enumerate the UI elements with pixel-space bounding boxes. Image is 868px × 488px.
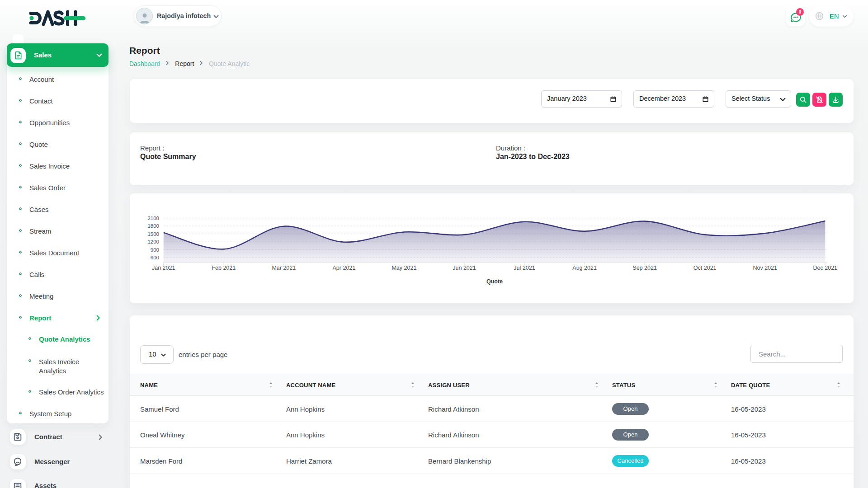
svg-text:Jul 2021: Jul 2021 (514, 265, 535, 271)
svg-text:Jan 2021: Jan 2021 (152, 265, 175, 271)
svg-text:Dec 2021: Dec 2021 (813, 265, 838, 271)
svg-text:Nov 2021: Nov 2021 (753, 265, 777, 271)
svg-text:Feb 2021: Feb 2021 (212, 265, 236, 271)
svg-text:1500: 1500 (147, 231, 159, 237)
svg-text:Mar 2021: Mar 2021 (272, 265, 296, 271)
svg-text:Apr 2021: Apr 2021 (333, 265, 356, 271)
svg-text:Quote: Quote (486, 278, 503, 285)
svg-text:Sep 2021: Sep 2021 (632, 265, 657, 271)
svg-text:1800: 1800 (147, 223, 159, 229)
svg-text:Jun 2021: Jun 2021 (453, 265, 476, 271)
svg-text:1200: 1200 (147, 239, 159, 244)
svg-text:Aug 2021: Aug 2021 (572, 265, 597, 271)
svg-text:May 2021: May 2021 (392, 265, 416, 271)
svg-text:2100: 2100 (147, 216, 159, 221)
svg-text:Oct 2021: Oct 2021 (693, 265, 717, 271)
svg-text:600: 600 (151, 255, 159, 260)
svg-text:900: 900 (151, 247, 159, 253)
